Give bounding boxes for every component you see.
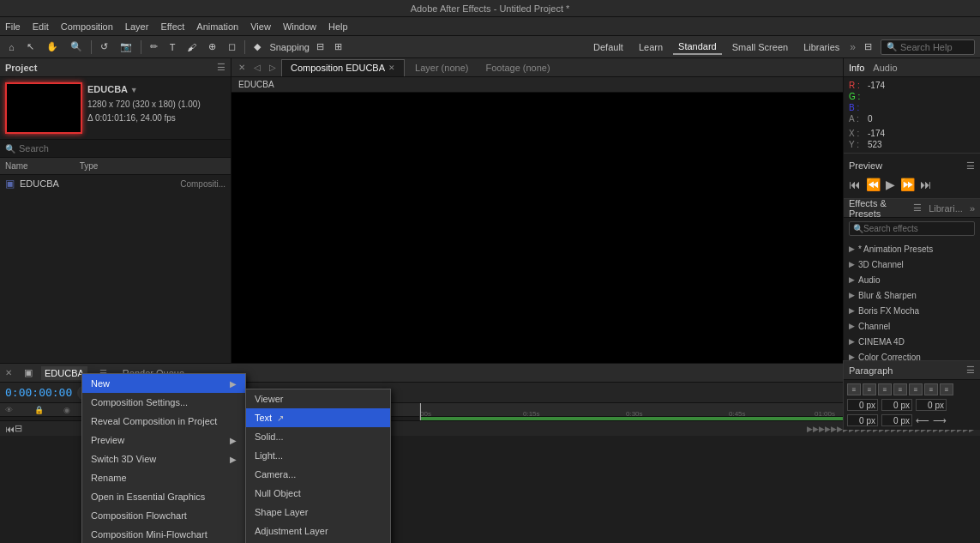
home-button[interactable]: ⌂ xyxy=(5,40,18,54)
timeline-menu[interactable]: ▣ xyxy=(24,367,33,378)
ctx-item-comp-settings[interactable]: Composition Settings... xyxy=(82,393,245,412)
timeline-nav-btn[interactable]: ⊟ xyxy=(15,423,22,434)
sub-item-camera[interactable]: Camera... xyxy=(246,465,390,484)
ctx-new-arrow: ▶ xyxy=(230,379,237,389)
effects-item-animation[interactable]: ▶ * Animation Presets xyxy=(844,241,980,256)
workspace-small[interactable]: Small Screen xyxy=(727,40,793,54)
sub-item-adjustment[interactable]: Adjustment Layer xyxy=(246,522,390,540)
snapping-options[interactable]: ⊞ xyxy=(331,39,346,54)
paragraph-menu-icon[interactable]: ☰ xyxy=(966,365,975,376)
workspace-libraries[interactable]: Libraries xyxy=(798,40,845,54)
justify-all-btn[interactable]: ≡ xyxy=(940,383,953,395)
preview-prev-frame[interactable]: ⏪ xyxy=(866,178,881,191)
sub-item-light[interactable]: Light... xyxy=(246,446,390,465)
workspace-standard[interactable]: Standard xyxy=(673,39,722,55)
ctx-item-preview[interactable]: Preview ▶ xyxy=(82,431,245,449)
indent-right-input[interactable] xyxy=(847,414,878,426)
menu-window[interactable]: Window xyxy=(283,21,316,32)
effects-search-input[interactable] xyxy=(863,224,971,233)
comp-tab-close[interactable]: ✕ xyxy=(388,63,395,72)
space-after-input[interactable] xyxy=(916,399,947,411)
rtl-btn[interactable]: ⟵ xyxy=(916,415,929,426)
workspace-default[interactable]: Default xyxy=(588,40,628,54)
camera-tool[interactable]: 📷 xyxy=(117,39,135,54)
expand-icon[interactable]: » xyxy=(970,203,975,214)
justify-left-btn[interactable]: ≡ xyxy=(893,383,907,395)
ctx-item-new[interactable]: New ▶ xyxy=(82,374,245,393)
preview-next-frame[interactable]: ⏩ xyxy=(900,178,915,191)
hand-tool[interactable]: ✋ xyxy=(43,39,62,54)
align-center-btn[interactable]: ≡ xyxy=(863,383,876,395)
nav-left-icon[interactable]: ◁ xyxy=(250,63,264,72)
effects-item-channel[interactable]: ▶ Channel xyxy=(844,318,980,334)
effects-item-audio[interactable]: ▶ Audio xyxy=(844,272,980,287)
ctx-item-mini-flowchart[interactable]: Composition Mini-Flowchart xyxy=(82,525,245,543)
project-item-educba[interactable]: ▣ EDUCBA Compositi... xyxy=(0,175,231,192)
rotate-tool[interactable]: ↺ xyxy=(97,39,111,54)
menu-file[interactable]: File xyxy=(5,21,21,32)
timeline-prev-btn[interactable]: ⏮ xyxy=(5,424,15,434)
sub-item-text[interactable]: Text ↗ xyxy=(246,408,390,427)
menu-composition[interactable]: Composition xyxy=(61,21,113,32)
info-tab[interactable]: Info xyxy=(849,63,864,73)
ruler-0: 00s xyxy=(420,410,431,418)
effects-item-boris[interactable]: ▶ Boris FX Mocha xyxy=(844,303,980,318)
project-menu-icon[interactable]: ☰ xyxy=(217,62,225,73)
align-right-btn[interactable]: ≡ xyxy=(878,383,892,395)
preview-menu-icon[interactable]: ☰ xyxy=(966,160,975,172)
libraries-label[interactable]: Librari... xyxy=(929,203,963,214)
timeline-close[interactable]: ✕ xyxy=(5,368,12,377)
menu-animation[interactable]: Animation xyxy=(196,21,238,32)
workspace-options[interactable]: ⊟ xyxy=(861,39,875,54)
paint-tool[interactable]: 🖌 xyxy=(183,40,200,54)
menu-help[interactable]: Help xyxy=(328,21,348,32)
pen-tool[interactable]: ✏ xyxy=(147,39,161,54)
puppet-tool[interactable]: ◆ xyxy=(250,39,264,54)
audio-tab[interactable]: Audio xyxy=(873,63,897,73)
timeline-tab-educba[interactable]: EDUCBA xyxy=(41,366,87,380)
indent-left-input[interactable] xyxy=(847,399,878,411)
snapping-area: Snapping ⊟ ⊞ xyxy=(269,39,346,54)
project-search-input[interactable] xyxy=(19,143,225,154)
text-tool[interactable]: T xyxy=(166,40,179,54)
space-before-input[interactable] xyxy=(881,399,912,411)
zoom-tool[interactable]: 🔍 xyxy=(67,39,86,54)
effects-item-blur[interactable]: ▶ Blur & Sharpen xyxy=(844,287,980,303)
ctx-item-reveal[interactable]: Reveal Composition in Project xyxy=(82,412,245,431)
timeline-timecode[interactable]: 0:00:00:00 xyxy=(5,386,72,399)
preview-play[interactable]: ▶ xyxy=(886,178,895,191)
align-left-btn[interactable]: ≡ xyxy=(847,383,861,395)
ltr-btn[interactable]: ⟶ xyxy=(933,415,947,426)
sub-light-label: Light... xyxy=(255,450,283,461)
effects-item-cinema4d[interactable]: ▶ CINEMA 4D xyxy=(844,334,980,349)
ctx-item-open-essential[interactable]: Open in Essential Graphics xyxy=(82,487,245,506)
sub-item-viewer[interactable]: Viewer xyxy=(246,389,390,408)
justify-right-btn[interactable]: ≡ xyxy=(924,383,938,395)
menu-effect[interactable]: Effect xyxy=(160,21,184,32)
preview-first[interactable]: ⏮ xyxy=(849,178,861,191)
sub-item-shape[interactable]: Shape Layer xyxy=(246,503,390,522)
selection-tool[interactable]: ↖ xyxy=(23,39,38,54)
menu-edit[interactable]: Edit xyxy=(33,21,49,32)
workspace-learn[interactable]: Learn xyxy=(634,40,668,54)
comp-tab-educba[interactable]: Composition EDUCBA ✕ xyxy=(281,59,405,76)
effects-menu-icon[interactable]: ☰ xyxy=(913,202,922,214)
justify-center-btn[interactable]: ≡ xyxy=(909,383,923,395)
search-input[interactable] xyxy=(900,42,969,52)
ctx-item-flowchart[interactable]: Composition Flowchart xyxy=(82,506,245,525)
first-line-indent[interactable] xyxy=(881,414,912,426)
menu-layer[interactable]: Layer xyxy=(125,21,149,32)
ctx-item-rename[interactable]: Rename xyxy=(82,468,245,487)
nav-right-icon[interactable]: ▷ xyxy=(266,63,280,72)
clone-tool[interactable]: ⊕ xyxy=(205,39,219,54)
close-icon-left[interactable]: ✕ xyxy=(235,63,249,72)
ctx-item-switch3d[interactable]: Switch 3D View ▶ xyxy=(82,449,245,468)
sub-item-null[interactable]: Null Object xyxy=(246,484,390,503)
eraser-tool[interactable]: ◻ xyxy=(225,39,239,54)
effects-item-label: Boris FX Mocha xyxy=(858,306,919,316)
preview-last[interactable]: ⏭ xyxy=(920,178,932,191)
menu-view[interactable]: View xyxy=(250,21,271,32)
snapping-toggle[interactable]: ⊟ xyxy=(313,39,328,54)
sub-item-solid[interactable]: Solid... xyxy=(246,427,390,446)
effects-item-3d[interactable]: ▶ 3D Channel xyxy=(844,256,980,272)
